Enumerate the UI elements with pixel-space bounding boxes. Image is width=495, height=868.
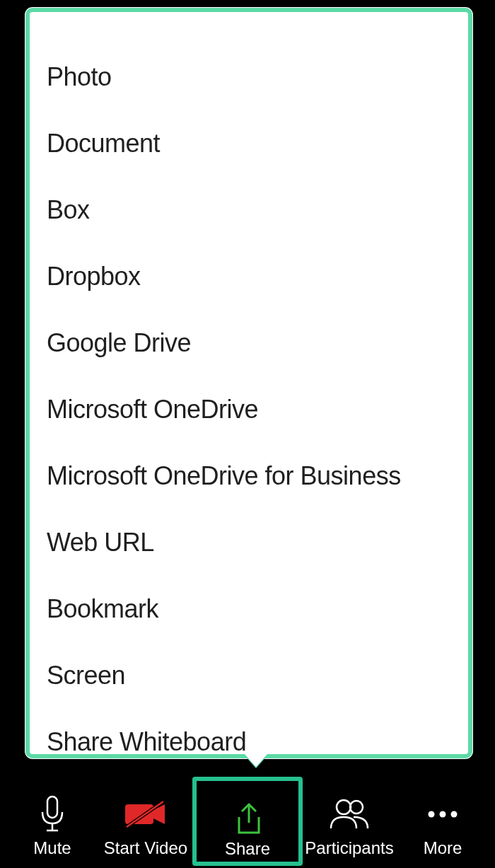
svg-point-11 [451,811,458,818]
participants-icon [328,794,371,834]
svg-rect-3 [125,804,153,824]
mute-label: Mute [33,838,71,858]
share-option-box[interactable]: Box [45,177,462,243]
start-video-label: Start Video [104,838,187,858]
meeting-toolbar: Mute Start Video Share [0,775,495,868]
share-button[interactable]: Share [192,777,303,866]
share-menu-popover: Photo Document Box Dropbox Google Drive … [25,8,472,758]
video-off-icon [122,794,169,834]
share-option-document[interactable]: Document [45,110,462,177]
popover-arrow-icon [245,754,267,767]
share-option-web-url[interactable]: Web URL [45,509,462,576]
participants-button[interactable]: Participants [303,775,396,864]
share-label: Share [225,839,270,859]
mute-button[interactable]: Mute [6,775,99,864]
more-label: More [424,838,462,858]
share-option-photo[interactable]: Photo [45,44,462,110]
microphone-icon [38,794,66,834]
more-button[interactable]: More [396,775,489,864]
svg-point-9 [429,811,435,818]
participants-label: Participants [305,838,393,858]
share-option-google-drive[interactable]: Google Drive [45,310,462,376]
share-option-screen[interactable]: Screen [45,642,462,709]
share-option-dropbox[interactable]: Dropbox [45,243,462,310]
share-option-onedrive-business[interactable]: Microsoft OneDrive for Business [45,443,462,509]
svg-point-10 [440,811,446,818]
start-video-button[interactable]: Start Video [99,775,192,864]
share-icon [229,801,266,838]
svg-rect-0 [47,797,57,818]
share-option-bookmark[interactable]: Bookmark [45,576,462,642]
more-icon [424,794,461,834]
share-option-onedrive[interactable]: Microsoft OneDrive [45,376,462,443]
svg-point-8 [350,801,363,814]
svg-point-7 [337,800,351,814]
share-menu-list: Photo Document Box Dropbox Google Drive … [30,12,468,754]
